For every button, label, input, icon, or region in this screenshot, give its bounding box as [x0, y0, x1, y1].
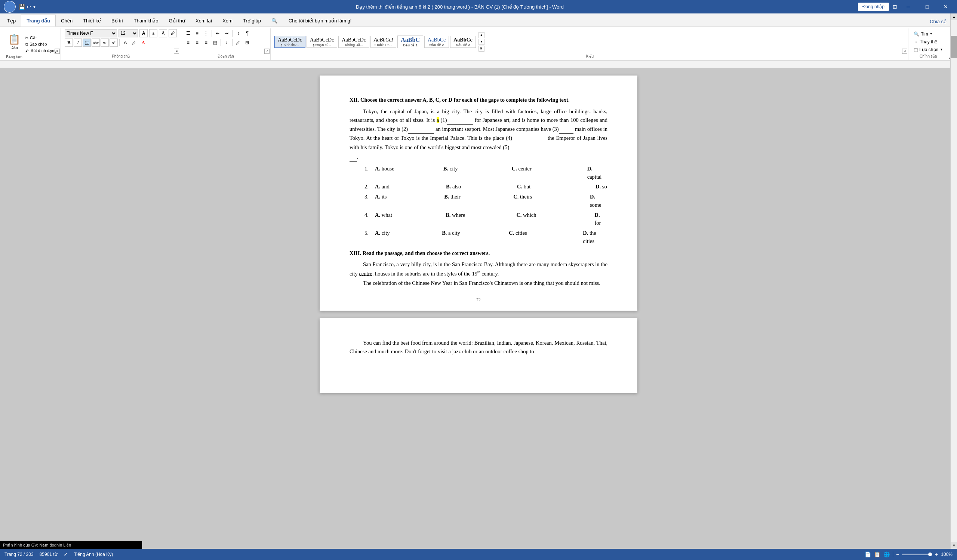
- answer-row-3: 3. A. its B. their C. theirs D. some: [365, 193, 608, 209]
- ribbon-tabs: Tệp Trang đầu Chèn Thiết kế Bố trí Tham …: [0, 13, 957, 27]
- select-dropdown-icon: ▼: [940, 48, 943, 51]
- copy-button[interactable]: ⧉ Sao chép: [24, 41, 58, 47]
- maximize-button[interactable]: □: [920, 1, 935, 12]
- sort-button[interactable]: ↕: [234, 29, 242, 37]
- text-effects-button[interactable]: A: [121, 38, 129, 47]
- paste-button[interactable]: 📋 Dán: [6, 33, 22, 50]
- status-bar: Trang 72 / 203 85901 từ ✓ Tiếng Anh (Hoa…: [0, 549, 957, 560]
- save-icon[interactable]: 💾: [19, 4, 25, 10]
- select-button[interactable]: ⬚ Lựa chọn ▼: [912, 46, 944, 53]
- italic-button[interactable]: I: [74, 38, 82, 47]
- subscript-button[interactable]: x₂: [101, 38, 109, 47]
- clear-formatting-button[interactable]: Ā: [159, 29, 167, 37]
- superscript-button[interactable]: x²: [109, 38, 118, 47]
- font-dialog-launcher[interactable]: ↗: [174, 49, 179, 54]
- justify-button[interactable]: ▤: [211, 38, 219, 47]
- align-center-button[interactable]: ≡: [193, 38, 201, 47]
- style-paragraph-old[interactable]: AaBbCcDc ¶ Đoạn cũ...: [306, 36, 338, 48]
- tab-guithu[interactable]: Gửi thư: [164, 14, 190, 27]
- scroll-up-button[interactable]: ▲: [951, 13, 957, 20]
- borders-button[interactable]: ⊞: [243, 38, 251, 47]
- dropdown-icon[interactable]: ▼: [33, 5, 36, 9]
- editing-group-label: Chỉnh sửa: [920, 54, 937, 59]
- zoom-out-button[interactable]: −: [896, 551, 899, 557]
- scrollbar-track[interactable]: ▲ ▼: [951, 13, 957, 549]
- paragraph-dialog-launcher[interactable]: ↗: [264, 49, 270, 54]
- style-table[interactable]: AaBbCcI t Table Pa...: [371, 36, 396, 48]
- tab-botri[interactable]: Bố trí: [106, 14, 129, 27]
- view-mode-print[interactable]: 📋: [874, 551, 880, 557]
- zoom-level[interactable]: 100%: [941, 552, 952, 557]
- clipboard-dialog-launcher[interactable]: ↗: [55, 49, 60, 54]
- answer-row-5: 5. A. city B. a city C. cities D. the ci…: [365, 229, 608, 246]
- bullets-button[interactable]: ☰: [184, 29, 192, 37]
- replace-button[interactable]: ↔ Thay thế: [912, 38, 944, 45]
- tab-chen[interactable]: Chèn: [56, 14, 78, 27]
- strikethrough-button[interactable]: abc: [92, 38, 100, 47]
- styles-scroll-up[interactable]: ▲: [478, 32, 485, 38]
- tab-thietke[interactable]: Thiết kế: [78, 14, 106, 27]
- language[interactable]: Tiếng Anh (Hoa Kỳ): [74, 552, 113, 557]
- styles-dialog-launcher[interactable]: ↗: [902, 49, 907, 54]
- shading-button[interactable]: 🖊: [234, 38, 242, 47]
- scroll-down-button[interactable]: ▼: [951, 542, 957, 549]
- font-size-selector[interactable]: 12: [118, 29, 138, 37]
- tab-thamkhao[interactable]: Tham khảo: [129, 14, 164, 27]
- view-mode-read[interactable]: 📄: [865, 551, 871, 557]
- line-spacing-button[interactable]: ↕: [223, 38, 231, 47]
- select-icon: ⬚: [914, 47, 918, 52]
- align-right-button[interactable]: ≡: [202, 38, 210, 47]
- text-highlight-button[interactable]: 🖊: [130, 38, 138, 47]
- tab-tep[interactable]: Tệp: [2, 14, 21, 27]
- font-group: Times New F 12 A a Ā 🖊 B I U abc x₂ x² A…: [62, 28, 180, 60]
- format-painter-button[interactable]: 🖌 Bút định dạng: [24, 48, 58, 54]
- highlight-button[interactable]: 🖊: [169, 29, 177, 37]
- styles-scroll-down[interactable]: ▼: [478, 39, 485, 45]
- style-no-spacing[interactable]: AaBbCcDc Không Dã...: [338, 36, 370, 48]
- zoom-slider-track[interactable]: [902, 554, 932, 555]
- increase-indent-button[interactable]: ⇥: [223, 29, 231, 37]
- align-left-button[interactable]: ≡: [184, 38, 192, 47]
- decrease-font-size-button[interactable]: a: [149, 29, 157, 37]
- style-normal[interactable]: AaBbCcDc ¶ Bình thư...: [275, 36, 305, 48]
- bold-button[interactable]: B: [65, 38, 73, 47]
- decrease-indent-button[interactable]: ⇤: [213, 29, 222, 37]
- ribbon-content: 📋 Dán Bảng tạm ✂ Cắt ⧉ Sao chép 🖌 Bút đị…: [0, 27, 957, 61]
- replace-icon: ↔: [914, 39, 918, 44]
- underline-button[interactable]: U: [83, 38, 91, 47]
- font-color-button[interactable]: A: [139, 38, 147, 47]
- tab-xemlai[interactable]: Xem lại: [190, 14, 217, 27]
- vertical-scrollbar[interactable]: ▲ ▼: [950, 13, 957, 549]
- share-button[interactable]: Chia sẻ: [925, 16, 951, 27]
- numbering-button[interactable]: ≡: [193, 29, 201, 37]
- login-button[interactable]: Đăng nhập: [858, 3, 889, 11]
- close-button[interactable]: ✕: [938, 1, 953, 12]
- document-area[interactable]: XII. Choose the correct answer A, B, C, …: [0, 68, 957, 549]
- show-formatting-button[interactable]: ¶: [243, 29, 251, 37]
- style-heading1[interactable]: AaBbC Đầu đề 1: [397, 36, 423, 48]
- font-name-selector[interactable]: Times New F: [65, 29, 117, 37]
- find-button[interactable]: 🔍 Tim ▼: [912, 31, 944, 37]
- scroll-thumb[interactable]: [951, 36, 957, 58]
- tab-tranddau[interactable]: Trang đầu: [21, 14, 56, 27]
- view-mode-web[interactable]: 🌐: [883, 551, 890, 557]
- section-12-title: XII. Choose the correct answer A, B, C, …: [349, 96, 608, 104]
- tab-trogiup[interactable]: Trợ giúp: [238, 14, 266, 27]
- ribbon-display-icon[interactable]: ⊞: [893, 4, 897, 10]
- editing-group: 🔍 Tim ▼ ↔ Thay thế ⬚ Lựa chọn ▼ Chỉnh sử…: [909, 28, 947, 60]
- style-heading3[interactable]: AaBbCc Đầu đề 3: [450, 36, 476, 48]
- tab-xem[interactable]: Xem: [217, 14, 238, 27]
- multilevel-list-button[interactable]: ⋮: [202, 29, 210, 37]
- styles-more[interactable]: ⊞: [478, 46, 485, 52]
- tab-search-icon[interactable]: 🔍: [266, 14, 283, 27]
- undo-icon[interactable]: ↩: [27, 4, 31, 10]
- zoom-in-button[interactable]: +: [935, 551, 938, 557]
- tab-tell-me[interactable]: Cho tôi biết bạn muốn làm gì: [283, 14, 358, 27]
- spelling-icon[interactable]: ✓: [63, 551, 68, 558]
- minimize-button[interactable]: ─: [901, 1, 916, 12]
- cut-button[interactable]: ✂ Cắt: [24, 35, 58, 41]
- increase-font-size-button[interactable]: A: [139, 29, 148, 37]
- style-heading2[interactable]: AaBbCc Đầu đề 2: [424, 36, 449, 48]
- section-13-title: XIII. Read the passage, and then choose …: [349, 249, 608, 257]
- tokyo-paragraph-end: .: [349, 153, 608, 162]
